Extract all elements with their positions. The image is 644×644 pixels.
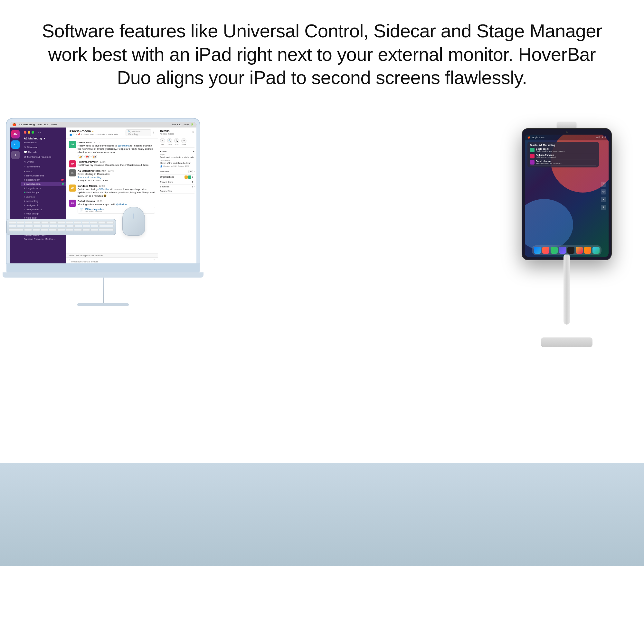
members-label: Members [160,170,169,173]
channel-triage-issues[interactable]: # triage-issues [21,186,66,190]
dock-icon-2[interactable] [542,247,549,254]
channel-social-media[interactable]: # social-media [21,182,66,186]
channel-star[interactable]: ★ [92,130,94,133]
menubar-battery: 🔋 [191,123,194,126]
key [49,228,57,231]
created-text: Created on 18th October 2019 [163,165,189,167]
search-bar[interactable]: 🔍 Search A1 Marketing [126,129,151,136]
side-control-3[interactable]: ▲ [601,197,606,202]
channel-announcements[interactable]: # announcements [21,174,66,178]
nav-drafts[interactable]: ✎ Drafts [21,159,66,164]
side-control-4[interactable]: ▼ [601,205,606,210]
add-workspace-button[interactable]: + [11,151,20,159]
key [17,221,24,224]
action-add[interactable]: + Add [160,138,165,146]
key [82,228,90,231]
channel-meta: 👥 21 · 📌 1 · Track and coordinate social… [70,133,118,136]
nav-forward[interactable]: › [40,131,41,134]
menu-item-view[interactable]: View [51,123,57,126]
key [74,225,82,227]
magic-mouse[interactable] [122,207,145,236]
dock-icon-6[interactable] [576,247,583,254]
close-details-button[interactable]: ✕ [192,131,194,134]
imac-base [77,303,129,306]
starred-label: Starred [26,170,33,173]
menu-item-file[interactable]: File [37,123,42,126]
organisations-row[interactable]: Organisations 2 › [160,175,194,180]
compose-box[interactable]: Message #social-media [69,259,155,263]
shared-files-row[interactable]: Shared files › [160,189,194,194]
dock-icon-3[interactable] [551,247,558,254]
imac-chin [3,272,204,278]
key [91,225,99,227]
ipad-notification-window: Slack - A1 Marketing Geeta Joshi Really … [527,142,599,167]
channel-help-design[interactable]: # help-design [21,212,66,216]
dock-icon-1[interactable] [534,247,541,254]
nav-threads[interactable]: 💬 Threads [21,150,66,155]
shortcuts-row[interactable]: Shortcuts 1 › [160,185,194,189]
nav-all-unread[interactable]: ⊙ All unread [21,145,66,150]
message-sandeep: SM Sandeep Mishra 12:58 Quick note: toda… [69,185,155,198]
dm-fathima[interactable]: Fathima Parveen, Madhu ... [21,237,66,241]
key [106,221,114,224]
dock-icon-4[interactable] [559,247,566,254]
channel-design-crit[interactable]: # design-crit [21,203,66,207]
reaction-heart[interactable]: ❤️1 [84,155,90,158]
post-title[interactable]: 1/9 Meeting notes [85,208,104,210]
workspace-avatar-am[interactable]: AM [11,130,20,138]
mention: @Madhu [116,203,127,206]
menu-item-file[interactable]: A1 Marketing [19,123,35,126]
key [66,221,73,224]
reaction-party[interactable]: 🎉1 [91,155,97,158]
msg-author: A1 Marketing team [78,169,100,172]
dock-icon-7[interactable] [584,247,591,254]
meeting-link[interactable]: Team status meeting [78,176,101,179]
call-label: Call [175,144,178,146]
nav-arrows: ‹ › [38,131,41,134]
channel-design-team[interactable]: # design-team 1 [21,178,66,182]
menu-item-edit[interactable]: Edit [44,123,49,126]
notif-author-1: Geeta Joshi [536,148,565,150]
nav-mentions[interactable]: @ Mentions & reactions [21,155,66,159]
pinned-items-row[interactable]: Pinned items 1 › [160,180,194,185]
dock-icon-8[interactable] [592,247,600,254]
details-title: Details [160,129,174,133]
more-label: More [182,144,186,146]
social-media-dot [62,183,64,185]
imac-body [6,263,200,272]
side-control-2[interactable]: ⟳ [601,189,606,194]
dm-kriti-sanyal[interactable]: Kriti Sanyal [21,190,66,194]
info-icon[interactable]: ℹ [153,131,155,135]
ipad-menubar: 🍎 Apple Music WiFi 3:12 [525,135,609,140]
reaction-thumbs[interactable]: 👍1 [78,155,83,158]
window-maximize[interactable] [32,131,34,134]
dock-icon-5[interactable] [567,247,574,254]
design-team-badge: 1 [61,179,64,181]
key [50,225,58,227]
channel-accounting[interactable]: # accounting [21,199,66,203]
compose-placeholder: Message #social-media [71,260,98,263]
action-more[interactable]: ••• More [181,138,186,146]
ipad-app-name: Apple Music [532,136,545,138]
org-icons [185,175,191,179]
msg-time: 12:58 [97,200,102,202]
nav-back[interactable]: ‹ [38,131,39,134]
nav-show-more[interactable]: ⋯ Show more [21,164,66,169]
all-unread-icon: ⊙ [24,146,26,149]
side-control-1[interactable]: ✕ [601,182,606,187]
channel-design-team-f[interactable]: # design-team-f [21,207,66,212]
window-close[interactable] [24,131,26,134]
action-find[interactable]: 🔍 Find [167,138,172,146]
members-row[interactable]: Members 21 › [160,169,194,175]
ipad-screen: 🍎 Apple Music WiFi 3:12 Slack - A1 Marke… [525,135,609,257]
window-minimize[interactable] [28,131,30,134]
ipad-device: 🍎 Apple Music WiFi 3:12 Slack - A1 Marke… [522,128,612,260]
msg-time: 12:58 [99,185,105,187]
org-info: 2 › [185,175,194,179]
ipad-menubar-right: WiFi 3:12 [596,136,606,138]
key [17,225,25,227]
workspace-avatar-al[interactable]: AL [11,140,20,149]
action-call[interactable]: 📞 Call [174,138,179,146]
workspace-header[interactable]: A1 Marketing ▾ [21,136,66,141]
add-channel-button[interactable]: + [62,196,64,198]
